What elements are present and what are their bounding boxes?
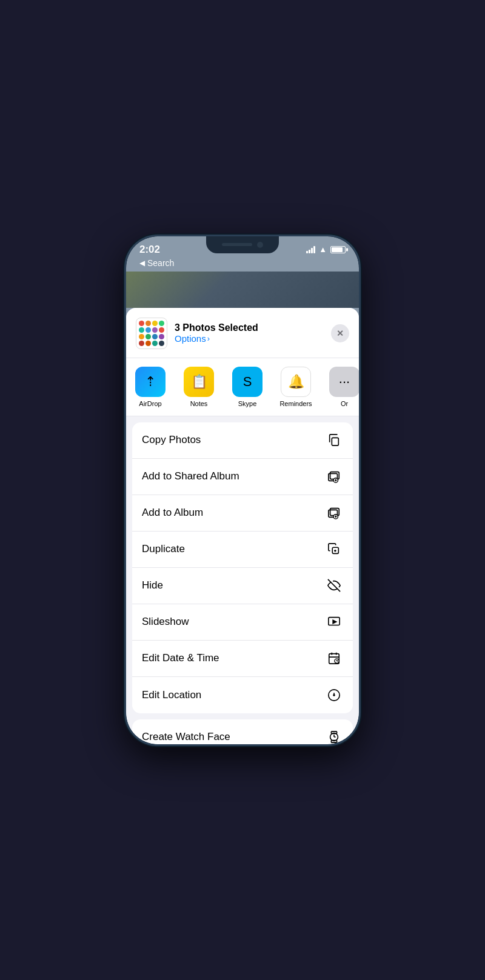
sheet-header: 3 Photos Selected Options › ✕: [126, 308, 359, 358]
airdrop-icon: ⇡: [135, 367, 166, 397]
action-label-edit-date-time: Edit Date & Time: [142, 652, 325, 664]
action-row-copy-photos[interactable]: Copy Photos: [132, 422, 353, 459]
thumbnail-dot: [146, 334, 151, 339]
action-icon-duplicate: [325, 540, 343, 558]
action-label-add-to-album: Add to Album: [142, 507, 325, 519]
action-row-add-shared-album[interactable]: Add to Shared Album: [132, 459, 353, 495]
app-item-reminders[interactable]: 🔔Reminders: [272, 367, 320, 407]
thumbnail-dot: [139, 321, 144, 326]
action-label-slideshow: Slideshow: [142, 616, 325, 628]
action-row-duplicate[interactable]: Duplicate: [132, 532, 353, 568]
svg-point-22: [333, 695, 335, 696]
photo-background: [126, 272, 359, 308]
action-icon-edit-location: [325, 686, 343, 704]
app-item-notes[interactable]: 📋Notes: [175, 367, 223, 407]
thumbnail-dot: [146, 341, 151, 346]
action-label-create-watch-face: Create Watch Face: [142, 731, 325, 743]
action-icon-hide: [325, 576, 343, 595]
action-icon-copy-photos: [325, 431, 343, 449]
battery-icon: [330, 246, 346, 253]
selection-title: 3 Photos Selected: [175, 322, 324, 333]
share-sheet: 3 Photos Selected Options › ✕ ⇡AirDrop📋N…: [126, 308, 359, 744]
search-label: Search: [147, 258, 174, 268]
skype-icon: S: [232, 367, 263, 397]
svg-marker-12: [333, 620, 336, 624]
action-icon-edit-date-time: [325, 649, 343, 667]
header-text: 3 Photos Selected Options ›: [175, 322, 324, 344]
action-row-slideshow[interactable]: Slideshow: [132, 604, 353, 641]
or-icon: ···: [329, 367, 359, 397]
action-label-hide: Hide: [142, 579, 325, 592]
thumbnail-dot: [159, 341, 164, 346]
thumbnail-dot: [139, 334, 144, 339]
thumbnail-dot: [152, 321, 158, 326]
back-arrow-icon: ◀: [139, 259, 145, 267]
app-label: Skype: [238, 400, 257, 407]
action-row-edit-location[interactable]: Edit Location: [132, 677, 353, 713]
action-icon-create-watch-face: [325, 728, 343, 744]
wifi-icon: ▲: [319, 245, 327, 254]
actions-section-2: Create Watch FaceSave to FilesPrintSave …: [132, 719, 353, 744]
action-icon-add-shared-album: [325, 467, 343, 485]
action-icon-add-to-album: [325, 504, 343, 522]
action-label-add-shared-album: Add to Shared Album: [142, 470, 325, 482]
actions-section-1: Copy PhotosAdd to Shared AlbumAdd to Alb…: [132, 422, 353, 713]
svg-rect-0: [332, 438, 338, 445]
options-button[interactable]: Options ›: [175, 333, 324, 344]
status-icons: ▲: [306, 245, 346, 254]
action-label-duplicate: Duplicate: [142, 543, 325, 555]
signal-bars-icon: [306, 246, 315, 253]
app-item-skype[interactable]: SSkype: [223, 367, 272, 407]
thumbnail-dot: [159, 334, 164, 339]
action-row-edit-date-time[interactable]: Edit Date & Time: [132, 641, 353, 677]
app-item-or[interactable]: ···Or: [320, 367, 359, 407]
action-icon-slideshow: [325, 613, 343, 631]
phone-screen: 2:02 ▲ ◀ Search 3 Photos Se: [126, 236, 359, 744]
app-label: AirDrop: [139, 400, 161, 407]
thumbnail-dot: [146, 321, 151, 326]
notch: [206, 236, 279, 253]
search-row[interactable]: ◀ Search: [126, 258, 359, 272]
action-label-edit-location: Edit Location: [142, 689, 325, 701]
thumbnail-dot: [139, 341, 144, 346]
status-time: 2:02: [139, 244, 160, 256]
thumbnail-dot: [139, 327, 144, 333]
notes-icon: 📋: [184, 367, 214, 397]
apps-row: ⇡AirDrop📋NotesSSkype🔔Reminders···Or: [126, 358, 359, 416]
photos-thumbnail: [136, 318, 167, 349]
camera: [257, 242, 263, 248]
reminders-icon: 🔔: [281, 367, 311, 397]
action-row-add-to-album[interactable]: Add to Album: [132, 495, 353, 532]
speaker: [222, 243, 252, 246]
action-row-hide[interactable]: Hide: [132, 568, 353, 604]
app-label: Notes: [190, 400, 208, 407]
thumbnail-dot: [146, 327, 151, 333]
thumbnail-dot: [152, 334, 158, 339]
thumbnail-dot: [159, 321, 164, 326]
thumbnail-dot: [152, 341, 158, 346]
phone-frame: 2:02 ▲ ◀ Search 3 Photos Se: [124, 235, 361, 746]
chevron-right-icon: ›: [207, 334, 210, 343]
app-label: Reminders: [279, 400, 312, 407]
thumbnail-dot: [152, 327, 158, 333]
action-label-copy-photos: Copy Photos: [142, 434, 325, 446]
action-row-create-watch-face[interactable]: Create Watch Face: [132, 719, 353, 744]
app-label: Or: [341, 400, 348, 407]
app-item-airdrop[interactable]: ⇡AirDrop: [126, 367, 175, 407]
thumbnail-dot: [159, 327, 164, 333]
battery-fill: [332, 247, 343, 252]
close-button[interactable]: ✕: [331, 324, 349, 342]
